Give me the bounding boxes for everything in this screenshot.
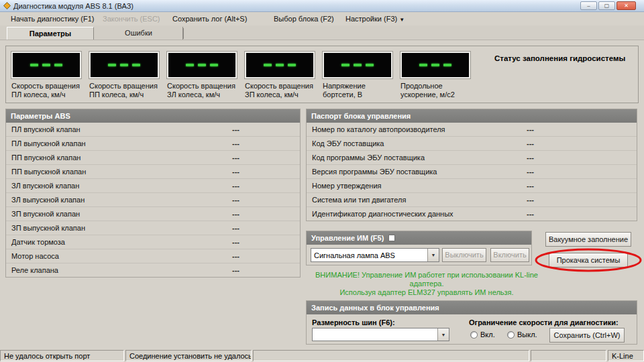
abs-rows: ПЛ впускной клапан---ПЛ выпускной клапан… [6, 123, 300, 278]
menu-settings[interactable]: Настройки (F3) ▼ [345, 15, 405, 23]
row-value: --- [527, 196, 534, 204]
passport-panel: Паспорт блока управления Номер по катало… [306, 109, 637, 221]
chevron-down-icon: ▼ [399, 17, 405, 23]
tab-errors[interactable]: Ошибки [95, 27, 183, 40]
table-row: Система или тип двигателя--- [307, 193, 637, 207]
gauge-label: Продольное ускорение, м/с2 [400, 82, 470, 99]
gauge: Напряжение бортсети, В [323, 52, 392, 99]
menu-start-diagnostics[interactable]: Начать диагностику (F1) [11, 15, 94, 23]
speed-limit-label: Ограничение скорости для диагностики: [469, 318, 619, 326]
menu-save-log[interactable]: Сохранить лог (Alt+S) [172, 15, 247, 23]
row-label: Номер утверждения [312, 182, 381, 190]
speed-limit-on-radio[interactable] [470, 331, 478, 339]
row-label: ПП впускной клапан [11, 154, 80, 162]
actuator-select[interactable]: Сигнальная лампа ABS ▼ [311, 248, 439, 262]
row-value: --- [232, 125, 239, 133]
gauge-label: Скорость вращения ПП колеса, км/ч [89, 82, 159, 99]
table-row: Датчик тормоза--- [6, 235, 300, 249]
im-control-checkbox[interactable] [388, 235, 395, 241]
row-label: Идентификатор диагностических данных [312, 210, 453, 218]
warning-line1: ВНИМАНИЕ! Управление ИМ работет при испо… [306, 271, 547, 288]
app-window: Диагностика модуля ABS 8.1 (ВАЗ) – ▢ ✕ Н… [0, 0, 644, 362]
table-row: Код программы ЭБУ поставщика--- [307, 151, 637, 165]
tab-divider [183, 28, 184, 39]
status-cell: Соединение установить не удалось [125, 350, 252, 361]
app-icon [3, 2, 11, 9]
gauge: Скорость вращения ПЛ колеса, км/ч [11, 52, 81, 99]
gauge: Продольное ускорение, м/с2 [400, 52, 470, 99]
table-row: ПП впускной клапан--- [6, 151, 300, 165]
row-label: Код ЭБУ поставщика [312, 139, 384, 147]
maximize-button[interactable]: ▢ [598, 1, 615, 10]
passport-header: Паспорт блока управления [307, 109, 637, 123]
row-label: Реле клапана [11, 266, 58, 274]
actuator-on-button: Включить [490, 248, 529, 262]
row-value: --- [232, 224, 239, 232]
row-value: --- [232, 238, 239, 246]
gauge-label: Скорость вращения ЗП колеса, км/ч [245, 82, 315, 99]
vacuum-fill-button[interactable]: Вакуумное заполнение [545, 232, 631, 247]
table-row: ПЛ выпускной клапан--- [6, 137, 300, 151]
led-display [245, 52, 315, 78]
window-title: Диагностика модуля ABS 8.1 (ВАЗ) [13, 2, 133, 10]
title-bar: Диагностика модуля ABS 8.1 (ВАЗ) – ▢ ✕ [0, 0, 644, 12]
row-value: --- [527, 210, 534, 218]
row-label: ПП выпускной клапан [11, 168, 86, 176]
passport-rows: Номер по каталогу автопроизводителя---Ко… [307, 123, 637, 221]
table-row: Версия программы ЭБУ поставщика--- [307, 165, 637, 179]
row-value: --- [232, 182, 239, 190]
table-row: Мотор насоса--- [6, 249, 300, 263]
minimize-button[interactable]: – [580, 1, 597, 10]
led-display [11, 52, 81, 78]
tabstrip-baseline [0, 40, 644, 40]
table-row: ЗП впускной клапан--- [6, 207, 300, 221]
speed-limit-off-radio[interactable] [507, 331, 515, 339]
row-label: ЗП впускной клапан [11, 210, 80, 218]
table-row: Номер утверждения--- [307, 179, 637, 193]
row-value: --- [232, 154, 239, 162]
row-label: Датчик тормоза [11, 238, 65, 246]
table-row: Номер по каталогу автопроизводителя--- [307, 123, 637, 137]
save-button[interactable]: Сохранить (Ctrl+W) [549, 328, 625, 343]
led-dash [198, 64, 206, 66]
menu-block-select[interactable]: Выбор блока (F2) [274, 15, 334, 23]
led-dash [30, 64, 38, 66]
row-value: --- [527, 139, 534, 147]
led-dash [288, 64, 296, 66]
status-cell: Не удалось открыть порт [0, 350, 124, 361]
row-value: --- [527, 182, 534, 190]
led-display [400, 52, 470, 78]
gauge-label: Напряжение бортсети, В [323, 82, 392, 99]
row-label: ПЛ впускной клапан [11, 125, 80, 133]
gauge-label: Скорость вращения ПЛ колеса, км/ч [11, 82, 81, 99]
gauge: Скорость вращения ПП колеса, км/ч [89, 52, 159, 99]
tab-parameters[interactable]: Параметры [7, 27, 94, 40]
table-row: ПП выпускной клапан--- [6, 165, 300, 179]
row-value: --- [232, 139, 239, 147]
im-control-panel: Управление ИМ (F5) Сигнальная лампа ABS … [306, 231, 532, 265]
write-data-panel: Запись данных в блок управления Размерно… [306, 300, 637, 345]
gauges-group: Скорость вращения ПЛ колеса, км/чСкорост… [5, 46, 639, 103]
gauge: Скорость вращения ЗЛ колеса, км/ч [167, 52, 237, 99]
tab-strip: Параметры Ошибки [0, 25, 644, 40]
row-label: Система или тип двигателя [312, 196, 406, 204]
chevron-down-icon[interactable]: ▼ [437, 328, 449, 341]
row-value: --- [232, 252, 239, 260]
row-label: Код программы ЭБУ поставщика [312, 154, 425, 162]
menu-bar: Начать диагностику (F1) Закончить (ESC) … [0, 12, 644, 25]
row-value: --- [232, 266, 239, 274]
led-dash [108, 64, 116, 66]
close-button[interactable]: ✕ [616, 1, 636, 10]
led-display [323, 52, 392, 78]
system-bleed-button[interactable]: Прокачка системы [549, 253, 628, 267]
speed-limit-on-label: Вкл. [480, 330, 495, 339]
led-dash [54, 64, 62, 66]
write-data-header: Запись данных в блок управления [307, 301, 637, 314]
chevron-down-icon[interactable]: ▼ [427, 249, 439, 261]
warning-line2: Используя адаптер ELM327 управлять ИМ не… [306, 288, 547, 297]
tire-size-select[interactable]: ▼ [312, 328, 449, 341]
led-dash [341, 64, 350, 66]
led-dash [419, 64, 427, 66]
row-value: --- [232, 168, 239, 176]
im-control-header: Управление ИМ (F5) [307, 231, 531, 245]
